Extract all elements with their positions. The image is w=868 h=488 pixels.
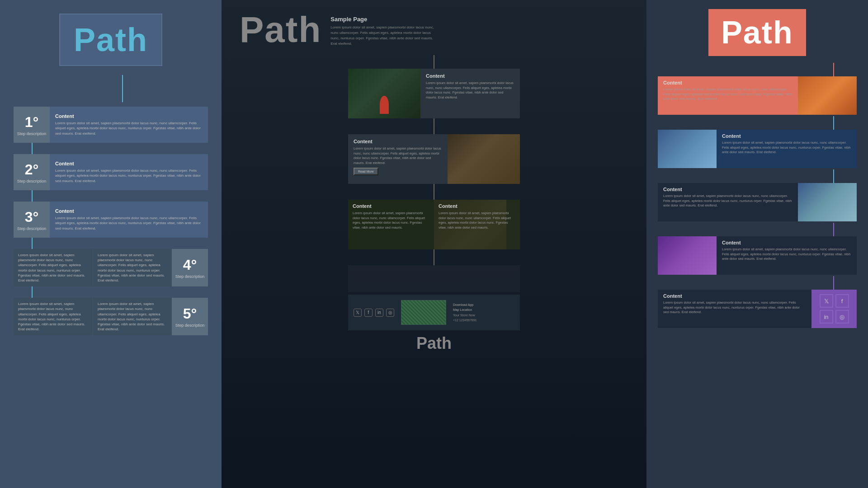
connector-3-4 <box>32 238 33 249</box>
right-card-5-text: Content Lorem ipsum dolor sit amet, sapi… <box>658 290 811 328</box>
connector-1-2 <box>32 143 33 154</box>
step-content-3: Content Lorem ipsum dolor sit amet, sapi… <box>50 202 208 238</box>
middle-card-2: Content Lorem ipsum dolor sit amet, sapi… <box>348 134 520 184</box>
right-connector-2 <box>833 116 834 130</box>
right-card-3: Content Lorem ipsum dolor sit amet, sapi… <box>658 183 857 221</box>
middle-footer-logo: Path <box>348 334 520 353</box>
card-3-right-text: Lorem ipsum dolor sit amet, sapien plaes… <box>439 211 515 230</box>
card-2-title: Content <box>354 139 442 144</box>
connector-2-3 <box>32 190 33 202</box>
right-linkedin-icon[interactable]: in <box>820 310 833 324</box>
connector-4-5 <box>32 286 33 298</box>
phone-number: +12 1234567891 <box>453 318 477 323</box>
step-number-2: 2° Step description <box>14 154 50 190</box>
step-content-1: Content Lorem ipsum dolor sit amet, sapi… <box>50 107 208 143</box>
right-card-3-image <box>798 183 857 221</box>
right-social-row-1: 𝕏 f <box>820 294 849 308</box>
right-card-1: Content Lorem ipsum dolor sit amet, sapi… <box>658 76 857 115</box>
middle-panel: Path Sample Page Lorem ipsum dolor sit a… <box>222 0 646 488</box>
facebook-icon[interactable]: f <box>364 309 373 317</box>
middle-footer: 𝕏 f in ◎ Download App Map Location Your … <box>348 295 520 330</box>
left-logo-box: Path <box>59 14 162 66</box>
right-card-5: Content Lorem ipsum dolor sit amet, sapi… <box>658 290 857 328</box>
step-5-left: Lorem ipsum dolor sit amet, sapien plaes… <box>14 298 92 335</box>
left-panel: Path 1° Step description Content Lorem i… <box>0 0 222 488</box>
step-5-right: Lorem ipsum dolor sit amet, sapien plaes… <box>93 298 172 335</box>
card-3-left-title: Content <box>353 203 429 209</box>
middle-header-text: Lorem ipsum dolor sit amet, sapien plaes… <box>330 25 439 47</box>
linkedin-icon[interactable]: in <box>375 309 383 317</box>
middle-connector-1 <box>434 55 434 69</box>
step-number-3: 3° Step description <box>14 202 50 238</box>
right-card-2: Content Lorem ipsum dolor sit amet, sapi… <box>658 130 857 168</box>
right-card-3-text: Content Lorem ipsum dolor sit amet, sapi… <box>658 183 798 221</box>
step-number-1: 1° Step description <box>14 107 50 143</box>
step-4-left: Lorem ipsum dolor sit amet, sapien plaes… <box>14 249 92 286</box>
step-row-5: Lorem ipsum dolor sit amet, sapien plaes… <box>14 298 208 335</box>
card-2-body: Lorem ipsum dolor sit amet, sapien plaes… <box>354 146 442 165</box>
card-3-left: Content Lorem ipsum dolor sit amet, sapi… <box>348 200 434 249</box>
left-logo: Path <box>74 22 148 58</box>
visit-now: Your Store Now <box>453 313 477 318</box>
step-row-4: Lorem ipsum dolor sit amet, sapien plaes… <box>14 249 208 286</box>
middle-card-4 <box>348 265 520 292</box>
canyon-image <box>798 76 857 115</box>
step-content-2: Content Lorem ipsum dolor sit amet, sapi… <box>50 154 208 190</box>
right-twitter-icon[interactable]: 𝕏 <box>820 294 833 308</box>
card-1-image <box>348 69 420 118</box>
instagram-icon[interactable]: ◎ <box>386 309 394 317</box>
right-card-4: Content Lorem ipsum dolor sit amet, sapi… <box>658 236 857 275</box>
middle-card-3: Content Lorem ipsum dolor sit amet, sapi… <box>348 200 520 249</box>
middle-logo: Path <box>240 9 321 51</box>
map-location[interactable]: Map Location <box>453 307 477 312</box>
purple-image <box>658 236 717 275</box>
right-logo-box: Path <box>708 9 806 56</box>
right-connector-3 <box>833 169 834 183</box>
right-connector-4 <box>833 223 834 236</box>
middle-connector-4 <box>434 249 434 265</box>
middle-content: Path Sample Page Lorem ipsum dolor sit a… <box>222 0 646 362</box>
step-list: 1° Step description Content Lorem ipsum … <box>14 107 208 335</box>
step-row-1: 1° Step description Content Lorem ipsum … <box>14 107 208 143</box>
right-panel: Path Content Lorem ipsum dolor sit amet,… <box>646 0 868 488</box>
step-number-4: 4° Step description <box>172 249 208 286</box>
right-connector-1 <box>833 63 834 76</box>
middle-header: Path Sample Page Lorem ipsum dolor sit a… <box>240 9 628 51</box>
card-2-text: Content Lorem ipsum dolor sit amet, sapi… <box>348 134 448 184</box>
download-app[interactable]: Download App <box>453 302 477 307</box>
right-facebook-icon[interactable]: f <box>835 294 849 308</box>
middle-card-1: Content Lorem ipsum dolor sit amet, sapi… <box>348 69 520 118</box>
right-card-1-image <box>798 76 857 115</box>
step-4-right: Lorem ipsum dolor sit amet, sapien plaes… <box>93 249 172 286</box>
read-more-button[interactable]: Read More <box>354 168 378 175</box>
middle-header-info: Sample Page Lorem ipsum dolor sit amet, … <box>330 9 439 47</box>
right-instagram-icon[interactable]: ◎ <box>835 310 849 324</box>
middle-connector-2 <box>434 118 434 134</box>
middle-page-title: Sample Page <box>330 16 439 23</box>
footer-social-icons: 𝕏 f in ◎ <box>354 309 394 317</box>
card-2-image <box>448 134 520 184</box>
card-3-overlay: Content Lorem ipsum dolor sit amet, sapi… <box>348 200 520 249</box>
step-row-2: 2° Step description Content Lorem ipsum … <box>14 154 208 190</box>
right-card-1-text: Content Lorem ipsum dolor sit amet, sapi… <box>658 76 798 115</box>
card-3-right-title: Content <box>439 203 515 209</box>
map-grid <box>401 300 446 324</box>
twitter-icon[interactable]: 𝕏 <box>354 309 362 317</box>
card-1-text: Content Lorem ipsum dolor sit amet, sapi… <box>420 69 520 118</box>
step-number-5: 5° Step description <box>172 298 208 335</box>
right-card-2-text: Content Lorem ipsum dolor sit amet, sapi… <box>717 130 857 168</box>
right-card-2-image <box>658 130 717 168</box>
right-card-4-text: Content Lorem ipsum dolor sit amet, sapi… <box>717 236 857 275</box>
right-social-box: 𝕏 f in ◎ <box>811 290 857 328</box>
left-connector-1 <box>122 75 123 102</box>
boots-image <box>448 134 520 184</box>
right-connector-5 <box>833 276 834 290</box>
forest-image <box>348 69 420 118</box>
card-3-left-text: Lorem ipsum dolor sit amet, sapien plaes… <box>353 211 429 230</box>
water-image <box>798 183 857 221</box>
mountains-image <box>658 130 717 168</box>
middle-connector-3 <box>434 184 434 200</box>
footer-map[interactable] <box>401 300 446 325</box>
card-1-body: Lorem ipsum dolor sit amet, sapien plaes… <box>426 81 514 100</box>
footer-contact: Download App Map Location Your Store Now… <box>453 302 477 323</box>
